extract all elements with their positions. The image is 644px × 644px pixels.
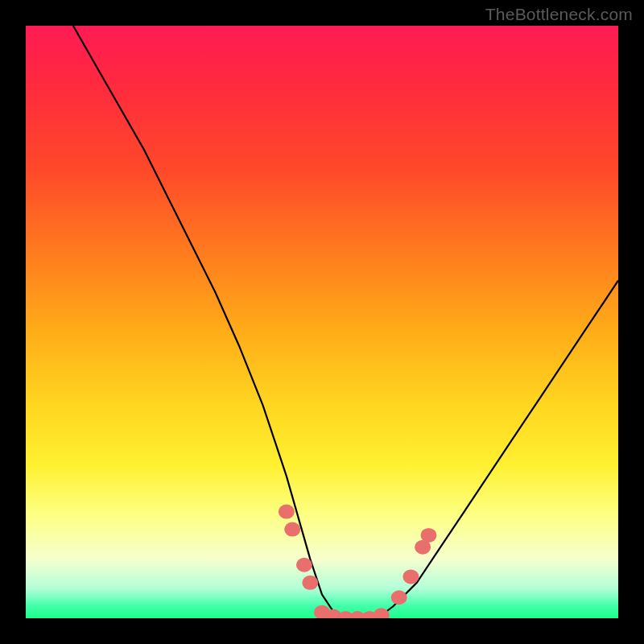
bottleneck-curve	[73, 26, 618, 618]
right-lower-dot	[391, 590, 407, 605]
bottom-dot-6	[374, 608, 390, 618]
plot-area	[26, 26, 618, 618]
left-upper-dot-2	[284, 522, 300, 537]
marker-group	[279, 505, 437, 618]
curve-layer	[26, 26, 618, 618]
left-lower-dot-2	[302, 576, 318, 590]
right-upper-dot-2	[420, 528, 436, 543]
chart-frame: TheBottleneck.com	[0, 0, 644, 644]
left-lower-dot	[296, 558, 312, 572]
curve-path	[73, 26, 618, 618]
right-mid-dot	[402, 569, 419, 584]
left-upper-dot	[279, 505, 295, 519]
watermark-text: TheBottleneck.com	[485, 5, 633, 24]
